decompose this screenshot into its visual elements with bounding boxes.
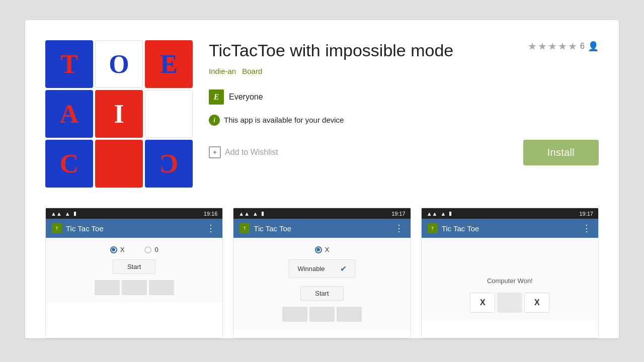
header-section: T O E A I C C TicTacToe with impossible …	[45, 40, 599, 188]
app-icon-grid: T O E A I C C	[45, 40, 193, 188]
game-grid-2	[282, 307, 362, 322]
category-indie[interactable]: Indie-an	[209, 67, 236, 75]
time-1: 19:16	[204, 211, 218, 217]
menu-dots-3[interactable]: ⋮	[582, 223, 592, 234]
status-bar-3: ▲▲ ▲ ▮ 19:17	[422, 208, 598, 219]
info-icon: i	[209, 115, 220, 126]
star-2: ★	[538, 40, 547, 52]
radio-x-label: X	[120, 246, 125, 253]
game-grid-1	[95, 280, 174, 295]
start-button-2[interactable]: Start	[300, 286, 343, 301]
screenshots-section: ▲▲ ▲ ▮ 19:16 T Tic Tac Toe ⋮	[45, 208, 599, 338]
radio-circle-x-2	[315, 246, 322, 253]
icon-cell-c1: C	[45, 140, 93, 188]
available-row: i This app is available for your device	[209, 115, 599, 126]
wifi-icon-1: ▲	[65, 211, 70, 217]
radio-o-1[interactable]: 0	[144, 246, 158, 253]
screenshot-2: ▲▲ ▲ ▮ 19:17 T Tic Tac Toe ⋮	[233, 208, 411, 338]
install-button[interactable]: Install	[523, 140, 599, 165]
phone-content-1: X 0 Start	[46, 238, 222, 303]
start-button-1[interactable]: Start	[113, 259, 155, 274]
game-cell-sm-6	[337, 307, 362, 322]
game-cell-x-2: X	[524, 293, 549, 313]
game-cell-sm-2	[122, 280, 147, 295]
status-bar-1: ▲▲ ▲ ▮ 19:16	[46, 208, 222, 219]
toolbar-title-2: Tic Tac Toe	[254, 224, 291, 233]
radio-circle-x	[110, 246, 117, 253]
game-cell-sm-5	[309, 307, 335, 322]
time-2: 19:17	[391, 211, 406, 217]
toolbar-left-3: T Tic Tac Toe	[428, 223, 479, 233]
radio-x-2[interactable]: X	[315, 246, 330, 253]
radio-x-label-2: X	[325, 246, 330, 253]
status-icons-3: ▲▲ ▲ ▮	[427, 210, 452, 217]
app-title: TicTacToe with impossible mode	[209, 40, 453, 61]
toolbar-title-3: Tic Tac Toe	[442, 224, 479, 233]
status-icons-2: ▲▲ ▲ ▮	[238, 210, 264, 217]
rating-area: ★ ★ ★ ★ ★ 6 👤	[528, 40, 599, 52]
time-3: 19:17	[579, 211, 593, 217]
radio-x-1[interactable]: X	[110, 246, 125, 253]
star-4: ★	[558, 40, 567, 52]
result-text: Computer Won!	[487, 277, 533, 285]
toolbar-2: T Tic Tac Toe ⋮	[233, 219, 410, 238]
battery-icon-1: ▮	[73, 210, 76, 217]
availability-text: This app is available for your device	[224, 116, 344, 124]
signal-icon-3: ▲▲	[427, 211, 438, 217]
esrb-row: E Everyone	[209, 89, 599, 105]
dropdown-winnable[interactable]: Winnable ✔	[289, 259, 355, 278]
icon-cell-a: A	[45, 90, 93, 138]
icon-cell-e: E	[145, 40, 193, 88]
radio-row-2: X	[315, 246, 330, 253]
toolbar-3: T Tic Tac Toe ⋮	[422, 219, 598, 238]
top-header-row: TicTacToe with impossible mode Indie-an …	[209, 40, 599, 83]
icon-cell-empty1	[145, 90, 193, 138]
game-cell-empty-1	[497, 293, 522, 313]
phone-screen-1: ▲▲ ▲ ▮ 19:16 T Tic Tac Toe ⋮	[45, 208, 223, 338]
icon-cell-o: O	[95, 40, 143, 88]
toolbar-title-1: Tic Tac Toe	[66, 224, 104, 233]
star-3: ★	[548, 40, 557, 52]
app-store-card: T O E A I C C TicTacToe with impossible …	[25, 20, 619, 338]
toolbar-1: T Tic Tac Toe ⋮	[46, 219, 222, 238]
esrb-badge: E	[209, 89, 224, 105]
battery-icon-2: ▮	[261, 210, 264, 217]
star-1: ★	[528, 40, 537, 52]
app-info-section: TicTacToe with impossible mode Indie-an …	[209, 40, 599, 188]
signal-icon-1: ▲▲	[51, 211, 62, 217]
wishlist-label: Add to Wishlist	[225, 148, 278, 157]
stars: ★ ★ ★ ★ ★	[528, 40, 577, 52]
phone-screen-2: ▲▲ ▲ ▮ 19:17 T Tic Tac Toe ⋮	[233, 208, 411, 338]
check-mark: ✔	[340, 264, 347, 274]
category-board[interactable]: Board	[242, 67, 262, 75]
wishlist-button[interactable]: ✦ Add to Wishlist	[209, 146, 278, 158]
phone-content-2: X Winnable ✔ Start	[233, 238, 410, 330]
star-5: ★	[568, 40, 577, 52]
menu-dots-1[interactable]: ⋮	[206, 223, 216, 234]
toolbar-left-2: T Tic Tac Toe	[239, 223, 291, 233]
battery-icon-3: ▮	[449, 210, 452, 217]
wifi-icon-2: ▲	[253, 211, 258, 217]
wishlist-icon: ✦	[209, 146, 221, 158]
icon-cell-c2: C	[145, 140, 193, 188]
game-cell-x-1: X	[470, 293, 495, 313]
game-cell-sm-1	[95, 280, 120, 295]
status-bar-2: ▲▲ ▲ ▮ 19:17	[233, 208, 410, 219]
screenshot-1: ▲▲ ▲ ▮ 19:16 T Tic Tac Toe ⋮	[45, 208, 223, 338]
dropdown-label: Winnable	[297, 265, 325, 273]
esrb-label: Everyone	[229, 93, 263, 102]
action-row: ✦ Add to Wishlist Install	[209, 140, 599, 165]
app-icon-sm-2: T	[239, 223, 250, 233]
app-title-area: TicTacToe with impossible mode Indie-an …	[209, 40, 453, 83]
menu-dots-2[interactable]: ⋮	[394, 223, 405, 234]
game-cell-sm-3	[149, 280, 174, 295]
person-icon: 👤	[588, 41, 599, 52]
signal-icon-2: ▲▲	[238, 211, 250, 217]
app-icon-sm-3: T	[428, 223, 438, 233]
app-categories: Indie-an Board	[209, 67, 453, 75]
status-icons-1: ▲▲ ▲ ▮	[51, 210, 76, 217]
wifi-icon-3: ▲	[440, 211, 446, 217]
icon-cell-i: I	[95, 90, 143, 138]
phone-screen-3: ▲▲ ▲ ▮ 19:17 T Tic Tac Toe ⋮ Computer Wo…	[421, 208, 599, 338]
screenshot-3: ▲▲ ▲ ▮ 19:17 T Tic Tac Toe ⋮ Computer Wo…	[421, 208, 599, 338]
